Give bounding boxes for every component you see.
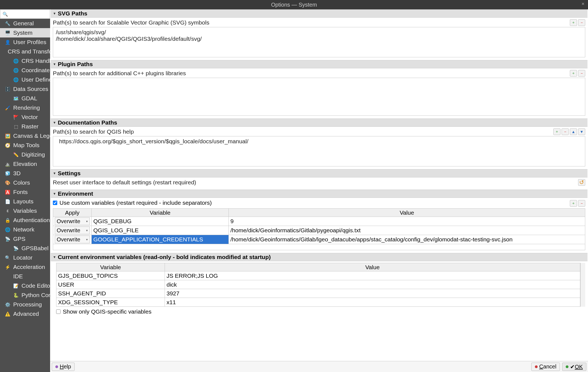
section-title: Environment [58, 190, 93, 197]
remove-path-button[interactable]: − [562, 128, 569, 135]
nav-item-layouts[interactable]: 📄Layouts [0, 197, 50, 206]
doc-paths-list[interactable]: https://docs.qgis.org/$qgis_short_versio… [53, 136, 585, 166]
readonly-env-row[interactable]: XDG_SESSION_TYPEx11 [56, 298, 580, 307]
nav-item-label: Coordinate [21, 67, 50, 74]
nav-item-data-sources[interactable]: 🗄️Data Sources [0, 84, 50, 94]
col-apply[interactable]: Apply [53, 209, 92, 217]
nav-item-digitizing[interactable]: ✏️Digitizing [0, 150, 50, 159]
cancel-button[interactable]: Cancel [531, 363, 560, 371]
search-input[interactable]: 🔍 [0, 9, 50, 19]
nav-item-label: Rendering [13, 104, 40, 111]
move-up-button[interactable]: ▲ [570, 128, 577, 135]
nav-item-ide[interactable]: IDE [0, 272, 50, 281]
apply-combo[interactable]: Overwrite▾ [55, 227, 90, 234]
env-value-cell[interactable]: /home/dick/Geoinformatics/Gitlab/lgeo_da… [229, 235, 585, 244]
readonly-env-row[interactable]: GJS_DEBUG_TOPICSJS ERROR;JS LOG [56, 271, 580, 280]
nav-item-code-editor[interactable]: 📝Code Editor [0, 281, 50, 290]
section-header-settings[interactable]: ▼ Settings [51, 169, 587, 177]
add-variable-button[interactable]: ＋ [570, 200, 577, 207]
env-variable-cell[interactable]: QGIS_DEBUG [92, 217, 229, 226]
ok-icon [566, 365, 568, 368]
apply-combo[interactable]: Overwrite▾ [55, 236, 90, 243]
env-row[interactable]: Overwrite▾QGIS_DEBUG9 [53, 217, 585, 226]
nav-item-coordinate[interactable]: 🌐Coordinate [0, 66, 50, 75]
help-button[interactable]: Help [52, 363, 75, 371]
reset-ui-button[interactable]: ↺ [578, 179, 585, 186]
nav-item-icon: 📄 [5, 199, 10, 204]
nav-item-crs-and-transforms[interactable]: CRS and Transforms [0, 47, 50, 56]
nav-item-fonts[interactable]: 🅰️Fonts [0, 187, 50, 197]
readonly-env-row[interactable]: SSH_AGENT_PID3927 [56, 289, 580, 298]
col-variable[interactable]: Variable [56, 263, 165, 271]
col-variable[interactable]: Variable [92, 209, 229, 217]
section-header-environment[interactable]: ▼ Environment [51, 190, 587, 198]
nav-item-raster[interactable]: ⬚Raster [0, 122, 50, 131]
nav-item-label: CRS Handling [21, 58, 50, 64]
window-close-icon[interactable]: ✕ [581, 2, 585, 6]
nav-item-user-defined[interactable]: 🌐User Defined [0, 75, 50, 84]
svg-paths-list[interactable]: /usr/share/qgis/svg/ /home/dick/.local/s… [53, 27, 585, 57]
show-only-qgis-checkbox[interactable] [56, 309, 61, 314]
nav-item-colors[interactable]: 🎨Colors [0, 178, 50, 187]
nav-item-3d[interactable]: 🧊3D [0, 169, 50, 178]
readonly-env-row[interactable]: USERdick [56, 280, 580, 289]
dialog-footer: Help Cancel ✔OK [50, 361, 588, 372]
env-row[interactable]: Overwrite▾GOOGLE_APPLICATION_CREDENTIALS… [53, 235, 585, 244]
nav-item-processing[interactable]: ⚙️Processing [0, 300, 50, 309]
env-row[interactable]: Overwrite▾QGIS_LOG_FILE/home/dick/Geoinf… [53, 226, 585, 235]
nav-item-gps[interactable]: 📡GPS [0, 234, 50, 244]
apply-combo[interactable]: Overwrite▾ [55, 217, 90, 225]
section-header-current-env[interactable]: ▼ Current environment variables (read-on… [51, 253, 587, 261]
remove-path-button[interactable]: − [578, 19, 585, 26]
env-value-cell[interactable]: /home/dick/Geoinformatics/Gitlab/pygeoap… [229, 226, 585, 235]
nav-item-acceleration[interactable]: ⚡Acceleration [0, 262, 50, 272]
col-value[interactable]: Value [165, 263, 580, 271]
nav-item-general[interactable]: 🔧General [0, 19, 50, 28]
nav-item-crs-handling[interactable]: 🌐CRS Handling [0, 56, 50, 66]
readonly-env-table[interactable]: Variable Value GJS_DEBUG_TOPICSJS ERROR;… [56, 263, 580, 307]
env-variable-cell[interactable]: QGIS_LOG_FILE [92, 226, 229, 235]
nav-item-gpsbabel[interactable]: 📡GPSBabel [0, 244, 50, 253]
env-value-cell[interactable]: 9 [229, 217, 585, 226]
nav-item-elevation[interactable]: ⛰️Elevation [0, 159, 50, 169]
nav-item-python-console[interactable]: 🐍Python Console [0, 290, 50, 300]
nav-item-user-profiles[interactable]: 👤User Profiles [0, 37, 50, 47]
nav-item-icon: ⚡ [5, 264, 10, 270]
nav-item-canvas-legend[interactable]: 🖼️Canvas & Legend [0, 131, 50, 141]
options-nav-tree[interactable]: 🔧General🖥️System👤User ProfilesCRS and Tr… [0, 19, 50, 372]
nav-item-rendering[interactable]: 🖌️Rendering [0, 103, 50, 112]
nav-item-vector[interactable]: 🚩Vector [0, 112, 50, 122]
nav-item-authentication[interactable]: 🔒Authentication [0, 215, 50, 225]
remove-variable-button[interactable]: − [578, 200, 585, 207]
nav-item-gdal[interactable]: 🗺️GDAL [0, 94, 50, 103]
move-down-button[interactable]: ▼ [578, 128, 585, 135]
caret-down-icon: ▼ [53, 171, 56, 175]
nav-item-label: Elevation [13, 161, 37, 167]
nav-item-label: User Defined [21, 76, 50, 83]
ro-variable-cell: USER [56, 280, 165, 289]
add-path-button[interactable]: ＋ [570, 70, 577, 77]
nav-item-label: Processing [13, 301, 42, 308]
scrollbar[interactable] [580, 263, 585, 307]
add-path-button[interactable]: ＋ [570, 19, 577, 26]
remove-path-button[interactable]: − [578, 70, 585, 77]
nav-item-locator[interactable]: 🔍Locator [0, 253, 50, 262]
section-header-svg-paths[interactable]: ▼ SVG Paths [51, 9, 587, 18]
nav-item-system[interactable]: 🖥️System [0, 28, 50, 37]
nav-item-label: Variables [13, 207, 37, 214]
ok-button[interactable]: ✔OK [562, 363, 586, 371]
nav-item-icon: 🌐 [13, 58, 19, 64]
add-path-button[interactable]: ＋ [553, 128, 560, 135]
nav-item-network[interactable]: 🌐Network [0, 225, 50, 234]
col-value[interactable]: Value [229, 209, 585, 217]
nav-item-map-tools[interactable]: 🧭Map Tools [0, 141, 50, 150]
env-variable-cell[interactable]: GOOGLE_APPLICATION_CREDENTIALS [92, 235, 229, 244]
plugin-paths-list[interactable] [53, 78, 585, 116]
nav-item-advanced[interactable]: ⚠️Advanced [0, 309, 50, 319]
nav-item-variables[interactable]: εVariables [0, 206, 50, 215]
nav-item-label: Network [13, 226, 34, 233]
custom-env-table[interactable]: Apply Variable Value Overwrite▾QGIS_DEBU… [53, 208, 585, 244]
section-header-plugin-paths[interactable]: ▼ Plugin Paths [51, 60, 587, 68]
use-custom-variables-checkbox[interactable] [53, 201, 57, 205]
section-header-doc-paths[interactable]: ▼ Documentation Paths [51, 118, 587, 127]
